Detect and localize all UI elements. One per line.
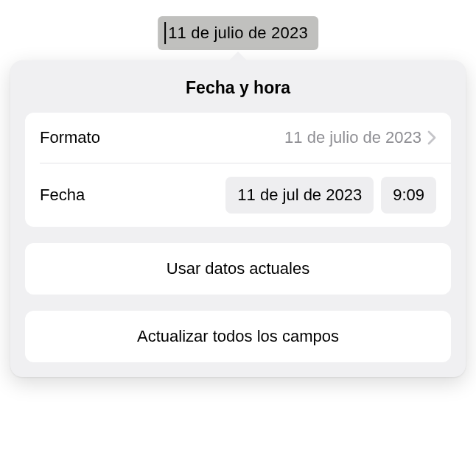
format-value-group: 11 de julio de 2023: [284, 128, 436, 147]
date-time-popover: Fecha y hora Formato 11 de julio de 2023…: [10, 60, 466, 377]
text-cursor: [164, 22, 166, 44]
popover-arrow: [228, 52, 248, 62]
chevron-right-icon: [427, 130, 436, 145]
update-all-fields-button[interactable]: Actualizar todos los campos: [25, 311, 451, 362]
date-label: Fecha: [40, 186, 85, 205]
use-current-data-button[interactable]: Usar datos actuales: [25, 243, 451, 295]
date-picker-value: 11 de jul de 2023: [237, 186, 362, 205]
use-current-data-label: Usar datos actuales: [167, 259, 309, 278]
update-all-fields-label: Actualizar todos los campos: [137, 327, 339, 345]
format-value: 11 de julio de 2023: [284, 128, 421, 147]
date-row: Fecha 11 de jul de 2023 9:09: [25, 163, 451, 227]
date-token-text: 11 de julio de 2023: [168, 24, 308, 42]
format-label: Formato: [40, 128, 100, 147]
date-pill-group: 11 de jul de 2023 9:09: [225, 177, 436, 214]
date-token-container: 11 de julio de 2023: [158, 16, 318, 50]
popover-title: Fecha y hora: [10, 60, 466, 113]
settings-section: Formato 11 de julio de 2023 Fecha 11 de …: [25, 113, 451, 227]
time-picker-button[interactable]: 9:09: [381, 177, 436, 214]
time-picker-value: 9:09: [393, 186, 424, 205]
format-row[interactable]: Formato 11 de julio de 2023: [25, 113, 451, 163]
date-picker-button[interactable]: 11 de jul de 2023: [225, 177, 374, 214]
date-token[interactable]: 11 de julio de 2023: [158, 16, 318, 50]
